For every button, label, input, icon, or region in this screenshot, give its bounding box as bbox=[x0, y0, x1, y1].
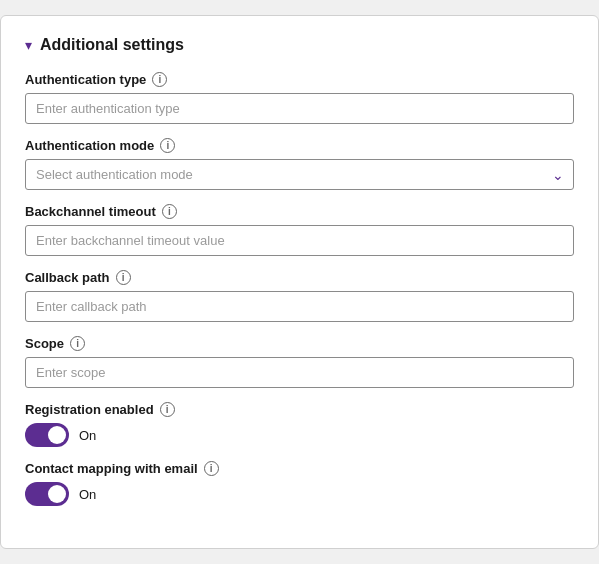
collapse-icon[interactable]: ▾ bbox=[25, 37, 32, 53]
auth-mode-select-wrapper: Select authentication mode ⌄ bbox=[25, 159, 574, 190]
additional-settings-card: ▾ Additional settings Authentication typ… bbox=[0, 15, 599, 549]
scope-label: Scope i bbox=[25, 336, 574, 351]
contact-mapping-slider bbox=[25, 482, 69, 506]
auth-mode-info-icon[interactable]: i bbox=[160, 138, 175, 153]
backchannel-timeout-group: Backchannel timeout i bbox=[25, 204, 574, 256]
callback-path-input[interactable] bbox=[25, 291, 574, 322]
callback-path-label: Callback path i bbox=[25, 270, 574, 285]
section-header: ▾ Additional settings bbox=[25, 36, 574, 54]
contact-mapping-info-icon[interactable]: i bbox=[204, 461, 219, 476]
registration-enabled-toggle-row: On bbox=[25, 423, 574, 447]
contact-mapping-label: Contact mapping with email i bbox=[25, 461, 574, 476]
auth-mode-select[interactable]: Select authentication mode bbox=[25, 159, 574, 190]
backchannel-timeout-info-icon[interactable]: i bbox=[162, 204, 177, 219]
contact-mapping-toggle[interactable] bbox=[25, 482, 69, 506]
contact-mapping-status: On bbox=[79, 487, 96, 502]
registration-enabled-slider bbox=[25, 423, 69, 447]
registration-enabled-group: Registration enabled i On bbox=[25, 402, 574, 447]
registration-enabled-label: Registration enabled i bbox=[25, 402, 574, 417]
auth-type-input[interactable] bbox=[25, 93, 574, 124]
backchannel-timeout-input[interactable] bbox=[25, 225, 574, 256]
contact-mapping-group: Contact mapping with email i On bbox=[25, 461, 574, 506]
auth-type-label: Authentication type i bbox=[25, 72, 574, 87]
auth-mode-label: Authentication mode i bbox=[25, 138, 574, 153]
auth-type-info-icon[interactable]: i bbox=[152, 72, 167, 87]
section-title: Additional settings bbox=[40, 36, 184, 54]
registration-enabled-status: On bbox=[79, 428, 96, 443]
scope-group: Scope i bbox=[25, 336, 574, 388]
auth-type-group: Authentication type i bbox=[25, 72, 574, 124]
backchannel-timeout-label: Backchannel timeout i bbox=[25, 204, 574, 219]
callback-path-info-icon[interactable]: i bbox=[116, 270, 131, 285]
scope-input[interactable] bbox=[25, 357, 574, 388]
contact-mapping-toggle-row: On bbox=[25, 482, 574, 506]
auth-mode-group: Authentication mode i Select authenticat… bbox=[25, 138, 574, 190]
scope-info-icon[interactable]: i bbox=[70, 336, 85, 351]
registration-enabled-toggle[interactable] bbox=[25, 423, 69, 447]
callback-path-group: Callback path i bbox=[25, 270, 574, 322]
registration-enabled-info-icon[interactable]: i bbox=[160, 402, 175, 417]
